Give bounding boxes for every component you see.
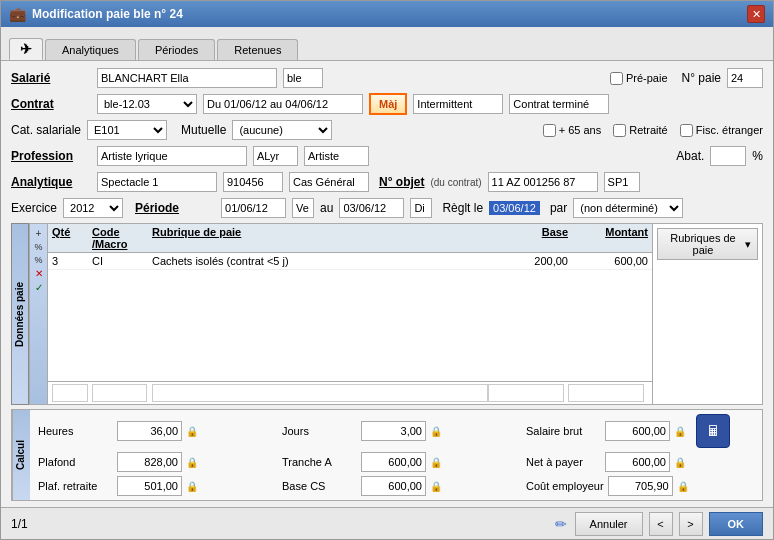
- sidebar-pct1[interactable]: %: [34, 242, 42, 252]
- page-indicator: 1/1: [11, 517, 547, 531]
- rubriques-button[interactable]: Rubriques de paie ▾: [657, 228, 758, 260]
- profession-value-input[interactable]: [97, 146, 247, 166]
- par-select[interactable]: (non déterminé): [573, 198, 683, 218]
- heures-input[interactable]: [117, 421, 182, 441]
- no-paie-input[interactable]: [727, 68, 763, 88]
- net-payer-lock: 🔒: [674, 457, 686, 468]
- salaire-brut-input[interactable]: [605, 421, 670, 441]
- plafond-row: Plafond 🔒: [38, 452, 266, 472]
- no-objet-sub: (du contrat): [430, 177, 481, 188]
- prepay-checkbox-label[interactable]: Pré-paie: [610, 72, 668, 85]
- base-cs-lock: 🔒: [430, 481, 442, 492]
- jours-label: Jours: [282, 425, 357, 437]
- plus65-label[interactable]: + 65 ans: [543, 124, 602, 137]
- salarie-code-input[interactable]: [283, 68, 323, 88]
- abat-input[interactable]: [710, 146, 746, 166]
- analytique-value-input[interactable]: [97, 172, 217, 192]
- periode-start-input[interactable]: [221, 198, 286, 218]
- retraite-label[interactable]: Retraité: [613, 124, 668, 137]
- analytique-type-input[interactable]: [289, 172, 369, 192]
- contrat-type-input[interactable]: [413, 94, 503, 114]
- exercice-row: Exercice 2012 Période au Règlt le 03/06/…: [11, 197, 763, 219]
- calculator-button[interactable]: 🖩: [696, 414, 730, 448]
- tab-periodes[interactable]: Périodes: [138, 39, 215, 60]
- table-body: 3 CI Cachets isolés (contrat <5 j) 200,0…: [48, 253, 652, 381]
- heures-label: Heures: [38, 425, 113, 437]
- input-code[interactable]: [92, 384, 147, 402]
- table-header: Qté Code /Macro Rubrique de paie Base Mo…: [48, 224, 652, 253]
- periode-label: Période: [135, 201, 215, 215]
- cat-salariale-select[interactable]: E101: [87, 120, 167, 140]
- sidebar-delete[interactable]: ✕: [35, 268, 43, 279]
- prepay-checkbox[interactable]: [610, 72, 623, 85]
- title-bar: 💼 Modification paie ble n° 24 ✕: [1, 1, 773, 27]
- fisc-checkbox[interactable]: [680, 124, 693, 137]
- input-base[interactable]: [488, 384, 564, 402]
- sidebar-add[interactable]: +: [36, 228, 42, 239]
- table-row[interactable]: 3 CI Cachets isolés (contrat <5 j) 200,0…: [48, 253, 652, 270]
- exercice-select[interactable]: 2012: [63, 198, 123, 218]
- contrat-status-input[interactable]: [509, 94, 609, 114]
- profession-code-input[interactable]: [253, 146, 298, 166]
- ok-button[interactable]: OK: [709, 512, 764, 536]
- annuler-button[interactable]: Annuler: [575, 512, 643, 536]
- cout-employeur-input[interactable]: [608, 476, 673, 496]
- sp1-input[interactable]: [604, 172, 640, 192]
- retraite-checkbox[interactable]: [613, 124, 626, 137]
- no-objet-input[interactable]: [488, 172, 598, 192]
- dropdown-icon: ▾: [745, 238, 751, 251]
- reglt-label: Règlt le: [442, 201, 483, 215]
- contrat-row: Contrat ble-12.03 Màj: [11, 93, 763, 115]
- tab-analytiques[interactable]: Analytiques: [45, 39, 136, 60]
- close-button[interactable]: ✕: [747, 5, 765, 23]
- plaf-retraite-input[interactable]: [117, 476, 182, 496]
- tranche-a-input[interactable]: [361, 452, 426, 472]
- base-cs-input[interactable]: [361, 476, 426, 496]
- calcul-section: Calcul Heures 🔒 Jours 🔒 Salaire brut 🔒: [11, 409, 763, 501]
- next-button[interactable]: >: [679, 512, 703, 536]
- mutuelle-select[interactable]: (aucune): [232, 120, 332, 140]
- row-montant: 600,00: [568, 255, 648, 267]
- plaf-retraite-lock: 🔒: [186, 481, 198, 492]
- salarie-name-input[interactable]: [97, 68, 277, 88]
- profession-type-input[interactable]: [304, 146, 369, 166]
- reglt-date: 03/06/12: [489, 201, 540, 215]
- fisc-label[interactable]: Fisc. étranger: [680, 124, 763, 137]
- sidebar-pct2[interactable]: %: [34, 255, 42, 265]
- net-payer-input[interactable]: [605, 452, 670, 472]
- mutuelle-label: Mutuelle: [181, 123, 226, 137]
- plafond-input[interactable]: [117, 452, 182, 472]
- sidebar-confirm[interactable]: ✓: [35, 282, 43, 293]
- tab-retenues[interactable]: Retenues: [217, 39, 298, 60]
- input-montant[interactable]: [568, 384, 644, 402]
- window-icon: 💼: [9, 6, 26, 22]
- abat-label: Abat.: [676, 149, 704, 163]
- plus65-checkbox[interactable]: [543, 124, 556, 137]
- tranche-a-lock: 🔒: [430, 457, 442, 468]
- maj-button[interactable]: Màj: [369, 93, 407, 115]
- tabs-bar: ✈ Analytiques Périodes Retenues: [1, 27, 773, 61]
- contrat-period-input[interactable]: [203, 94, 363, 114]
- jours-input[interactable]: [361, 421, 426, 441]
- periode-end-day-input[interactable]: [410, 198, 432, 218]
- input-row: [48, 381, 652, 404]
- salaire-brut-row: Salaire brut 🔒 🖩: [526, 414, 754, 448]
- analytique-code-input[interactable]: [223, 172, 283, 192]
- prev-button[interactable]: <: [649, 512, 673, 536]
- heures-row: Heures 🔒: [38, 414, 266, 448]
- no-objet-label: N° objet: [379, 175, 424, 189]
- exercice-label: Exercice: [11, 201, 57, 215]
- window-title: Modification paie ble n° 24: [32, 7, 183, 21]
- col-code: Code /Macro: [92, 226, 152, 250]
- input-rubrique[interactable]: [152, 384, 488, 402]
- row-rubrique: Cachets isolés (contrat <5 j): [152, 255, 488, 267]
- tab-main[interactable]: ✈: [9, 38, 43, 60]
- periode-end-input[interactable]: [339, 198, 404, 218]
- data-section: + % % ✕ ✓ Qté Code /Macro Rubrique de pa…: [29, 223, 763, 405]
- col-montant: Montant: [568, 226, 648, 250]
- row-code: CI: [92, 255, 152, 267]
- periode-start-day-input[interactable]: [292, 198, 314, 218]
- input-qte[interactable]: [52, 384, 88, 402]
- net-payer-row: Net à payer 🔒: [526, 452, 754, 472]
- contrat-select[interactable]: ble-12.03: [97, 94, 197, 114]
